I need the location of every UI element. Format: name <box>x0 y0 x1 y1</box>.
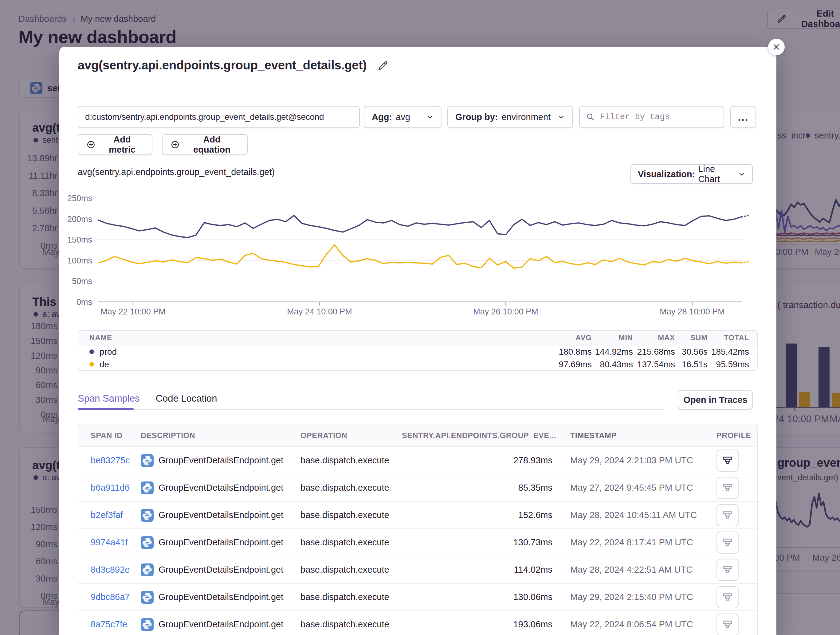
span-description: GroupEventDetailsEndpoint.get <box>158 510 283 520</box>
series-name: de <box>99 359 109 369</box>
series-avg: 97.69ms <box>546 359 592 369</box>
svg-text:100ms: 100ms <box>67 256 92 265</box>
span-id-link[interactable]: 9974a41f <box>91 537 141 547</box>
span-operation: base.dispatch.execute <box>300 619 402 629</box>
chevron-down-icon <box>557 113 565 121</box>
visualization-select[interactable]: Visualization: Line Chart <box>630 164 753 184</box>
span-timestamp: May 27, 2024 9:45:45 PM UTC <box>553 483 717 493</box>
tab-track <box>78 409 663 410</box>
series-max: 215.68ms <box>633 347 675 357</box>
metric-details-modal: avg(sentry.api.endpoints.group_event_det… <box>59 47 777 635</box>
span-operation: base.dispatch.execute <box>300 592 402 602</box>
samples-header-row: SPAN ID DESCRIPTION OPERATION SENTRY.API… <box>78 424 757 447</box>
span-description: GroupEventDetailsEndpoint.get <box>158 592 283 602</box>
python-icon <box>141 618 154 631</box>
add-metric-button[interactable]: Add metric <box>78 134 152 155</box>
view-profile-button[interactable] <box>717 477 739 499</box>
svg-text:50ms: 50ms <box>72 277 92 286</box>
span-timestamp: May 29, 2024 2:15:40 PM UTC <box>553 592 717 602</box>
span-id-link[interactable]: be83275c <box>91 455 141 465</box>
svg-text:May 28 10:00 PM: May 28 10:00 PM <box>660 307 725 316</box>
group-by-select[interactable]: Group by: environment <box>447 106 573 128</box>
python-icon <box>141 454 154 467</box>
span-duration: 114.02ms <box>402 565 553 575</box>
python-icon <box>141 509 154 522</box>
edit-title-pencil-icon[interactable] <box>377 60 388 71</box>
span-description: GroupEventDetailsEndpoint.get <box>158 483 283 493</box>
profile-flame-icon <box>722 537 733 548</box>
aggregation-select[interactable]: Agg: avg <box>364 106 442 128</box>
span-description: GroupEventDetailsEndpoint.get <box>158 619 283 629</box>
ellipsis-icon: ... <box>738 111 748 123</box>
series-color-dot <box>89 350 94 354</box>
span-id-link[interactable]: 8a75c7fe <box>91 619 141 629</box>
svg-text:May 24 10:00 PM: May 24 10:00 PM <box>287 307 352 316</box>
metric-line-chart: 250ms200ms150ms100ms50ms0msMay 22 10:00 … <box>59 188 777 323</box>
span-samples-table: SPAN ID DESCRIPTION OPERATION SENTRY.API… <box>78 424 758 635</box>
close-icon <box>772 43 780 51</box>
chevron-down-icon <box>738 170 745 178</box>
add-equation-button[interactable]: Add equation <box>162 134 248 155</box>
view-profile-button[interactable] <box>717 586 739 608</box>
series-total: 185.42ms <box>707 347 749 357</box>
span-timestamp: May 22, 2024 8:06:54 PM UTC <box>553 619 717 629</box>
filter-by-tags-input[interactable] <box>599 112 717 122</box>
span-id-link[interactable]: b6a911d6 <box>91 483 141 493</box>
series-min: 144.92ms <box>592 347 633 357</box>
summary-row: prod180.8ms144.92ms215.68ms30.56s185.42m… <box>78 345 757 358</box>
summary-header-row: NAME AVG MIN MAX SUM TOTAL <box>78 331 757 345</box>
span-description: GroupEventDetailsEndpoint.get <box>158 565 283 575</box>
filter-by-tags-field[interactable] <box>579 106 724 128</box>
series-total: 95.59ms <box>707 359 749 369</box>
search-icon <box>586 112 595 121</box>
span-timestamp: May 29, 2024 2:21:03 PM UTC <box>553 455 717 465</box>
span-sample-row: b6a911d6GroupEventDetailsEndpoint.getbas… <box>78 474 757 501</box>
series-min: 80.43ms <box>592 359 633 369</box>
close-modal-button[interactable] <box>768 39 785 55</box>
svg-text:150ms: 150ms <box>67 235 92 244</box>
span-duration: 85.35ms <box>402 483 553 493</box>
profile-flame-icon <box>722 510 733 521</box>
more-options-button[interactable]: ... <box>730 106 756 128</box>
span-description: GroupEventDetailsEndpoint.get <box>158 537 283 547</box>
span-description: GroupEventDetailsEndpoint.get <box>158 455 283 465</box>
svg-text:200ms: 200ms <box>67 214 92 224</box>
open-in-traces-button[interactable]: Open in Traces <box>678 390 753 410</box>
span-duration: 193.06ms <box>402 619 553 629</box>
profile-flame-icon <box>722 482 733 493</box>
python-icon <box>141 536 154 549</box>
python-icon <box>141 564 154 576</box>
view-profile-button[interactable] <box>717 613 739 635</box>
series-max: 137.54ms <box>633 359 675 369</box>
span-operation: base.dispatch.execute <box>300 455 402 465</box>
span-id-link[interactable]: b2ef3faf <box>91 510 141 520</box>
span-sample-row: 9dbc86a7GroupEventDetailsEndpoint.getbas… <box>78 583 757 610</box>
profile-flame-icon <box>722 592 733 603</box>
span-timestamp: May 28, 2024 4:22:51 AM UTC <box>553 565 717 575</box>
span-sample-row: b2ef3fafGroupEventDetailsEndpoint.getbas… <box>78 501 757 528</box>
profile-flame-icon <box>722 564 733 575</box>
span-duration: 130.06ms <box>402 592 553 602</box>
summary-row: de97.69ms80.43ms137.54ms16.51s95.59ms <box>78 358 757 370</box>
modal-title: avg(sentry.api.endpoints.group_event_det… <box>78 58 366 72</box>
chart-label: avg(sentry.api.endpoints.group_event_det… <box>78 167 275 177</box>
span-timestamp: May 28, 2024 10:45:11 AM UTC <box>553 510 717 520</box>
series-name: prod <box>99 347 117 357</box>
span-id-link[interactable]: 8d3c892e <box>91 565 141 575</box>
series-sum: 30.56s <box>675 347 707 357</box>
series-avg: 180.8ms <box>546 347 592 357</box>
span-id-link[interactable]: 9dbc86a7 <box>91 592 141 602</box>
active-tab-underline <box>78 408 134 410</box>
span-operation: base.dispatch.execute <box>300 565 402 575</box>
view-profile-button[interactable] <box>717 531 739 554</box>
profile-flame-icon <box>722 455 733 466</box>
svg-text:May 26 10:00 PM: May 26 10:00 PM <box>473 307 538 316</box>
metric-query-input[interactable] <box>78 106 360 128</box>
view-profile-button[interactable] <box>717 449 739 472</box>
view-profile-button[interactable] <box>717 504 739 526</box>
view-profile-button[interactable] <box>717 559 739 581</box>
span-operation: base.dispatch.execute <box>300 537 402 547</box>
series-summary-table: NAME AVG MIN MAX SUM TOTAL prod180.8ms14… <box>78 330 758 371</box>
span-sample-row: 8d3c892eGroupEventDetailsEndpoint.getbas… <box>78 556 757 583</box>
span-duration: 152.6ms <box>402 510 553 520</box>
